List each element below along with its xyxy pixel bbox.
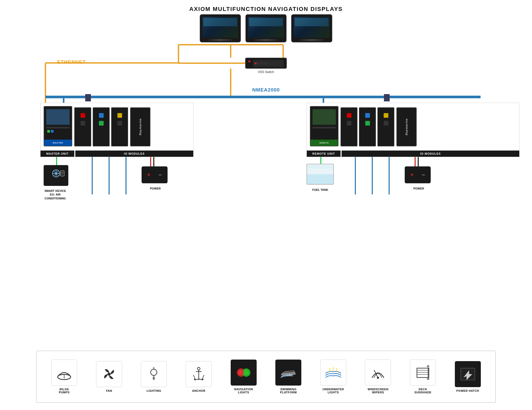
legend-swimming: SWIMMINGPLATFORM <box>275 360 301 394</box>
wipers-label: WINDSCREENWIPERS <box>368 388 388 394</box>
svg-point-52 <box>244 370 249 375</box>
legend-sunshade: DECKSUNSHADE <box>410 360 436 394</box>
sunshade-label: DECKSUNSHADE <box>414 388 431 394</box>
lighting-label: LIGHTING <box>147 389 161 392</box>
lighting-icon <box>141 361 167 387</box>
display-bottom-3 <box>300 39 324 41</box>
legend-lighting: LIGHTING <box>141 361 167 392</box>
power-unit-right: + − <box>405 166 431 183</box>
svg-rect-58 <box>417 368 429 378</box>
power-hatch-icon <box>455 361 481 387</box>
axiom-display-3 <box>291 14 332 42</box>
axiom-display-1 <box>200 14 241 42</box>
svg-rect-10 <box>85 94 91 101</box>
right-io-label: IO MODULES <box>342 151 519 157</box>
io-module-2 <box>93 107 110 146</box>
underwater-lights-icon <box>320 360 346 386</box>
master-unit: MASTER <box>44 106 72 146</box>
rio-module-3 <box>377 107 394 146</box>
anchor-label: ANCHOR <box>192 389 205 392</box>
master-unit-box: MASTER <box>44 106 72 146</box>
svg-rect-11 <box>384 94 390 101</box>
nmea-label: NMEA2000 <box>252 87 280 93</box>
legend-underwater: UNDERWATERLIGHTS <box>320 360 346 394</box>
left-cluster: MASTER <box>40 103 194 157</box>
hs5-switch <box>245 58 287 69</box>
rio-module-2 <box>359 107 376 146</box>
legend-power-hatch: POWER HATCH <box>455 361 481 392</box>
legend-bilge-pumps: BILGEPUMPS <box>51 360 77 394</box>
io-module-3 <box>111 107 128 146</box>
svg-point-44 <box>197 367 200 370</box>
svg-point-40 <box>151 369 157 375</box>
master-unit-label: MASTER UNIT <box>41 151 74 157</box>
power-left-label: POWER <box>142 187 168 190</box>
swimming-label: SWIMMINGPLATFORM <box>280 388 297 394</box>
ethernet-label: ETHERNET <box>57 59 86 65</box>
sunshade-icon <box>410 360 436 386</box>
power-hatch-label: POWER HATCH <box>456 389 479 392</box>
power-right-label: POWER <box>406 187 432 190</box>
fuel-tank-label: FUEL TANK <box>306 188 335 192</box>
legend-fan: FAN <box>96 361 122 392</box>
svg-point-51 <box>238 370 244 375</box>
remote-unit-label: REMOTE UNIT <box>307 151 341 157</box>
swimming-icon <box>275 360 301 386</box>
right-io-modules <box>341 107 394 146</box>
legend-nav-lights: NAVIGATIONLIGHTS <box>231 360 257 394</box>
fan-icon <box>96 361 122 387</box>
remote-unit: REMOTE <box>310 106 338 146</box>
raymar-device-left: Raymarine <box>130 107 150 146</box>
fuel-tank-liquid <box>307 174 333 184</box>
legend-wipers: WINDSCREENWIPERS <box>365 360 391 394</box>
smart-device <box>44 165 68 186</box>
display-screen-2 <box>248 17 284 38</box>
fan-label: FAN <box>106 389 112 392</box>
rio-module-1 <box>341 107 357 146</box>
remote-unit-box: REMOTE <box>310 106 338 146</box>
svg-point-57 <box>377 377 379 379</box>
raymar-device-right: Raymarine <box>396 107 417 146</box>
nav-lights-label: NAVIGATIONLIGHTS <box>234 388 253 394</box>
smart-device-label: SMART DEVICEEG: AIRCONDITIONING <box>38 189 73 200</box>
svg-point-38 <box>108 373 111 376</box>
legend-box: BILGEPUMPS FAN <box>36 351 496 403</box>
bilge-pumps-icon <box>51 360 77 386</box>
wipers-icon <box>365 360 391 386</box>
page-title: AXIOM MULTIFUNCTION NAVIGATION DISPLAYS <box>0 6 532 12</box>
fuel-tank <box>307 164 334 185</box>
underwater-label: UNDERWATERLIGHTS <box>322 388 344 394</box>
right-cluster: REMOTE Ray <box>307 103 520 157</box>
display-screen-3 <box>294 17 330 38</box>
anchor-icon <box>186 361 212 387</box>
left-io-modules <box>74 107 128 146</box>
diagram-container: AXIOM MULTIFUNCTION NAVIGATION DISPLAYS … <box>0 0 532 410</box>
left-io-label: IO MODULES <box>75 151 193 157</box>
bilge-pumps-label: BILGEPUMPS <box>59 388 70 394</box>
axiom-displays-row <box>200 14 332 42</box>
display-bottom-2 <box>254 39 278 41</box>
io-module-1 <box>74 107 91 146</box>
legend-anchor: ANCHOR <box>186 361 212 392</box>
display-screen-1 <box>202 17 238 38</box>
axiom-display-2 <box>245 14 287 42</box>
power-unit-left: + − <box>142 166 168 183</box>
display-bottom-1 <box>208 39 232 41</box>
hs5-label: HS5 Switch <box>258 70 274 74</box>
nav-lights-icon <box>231 360 257 386</box>
